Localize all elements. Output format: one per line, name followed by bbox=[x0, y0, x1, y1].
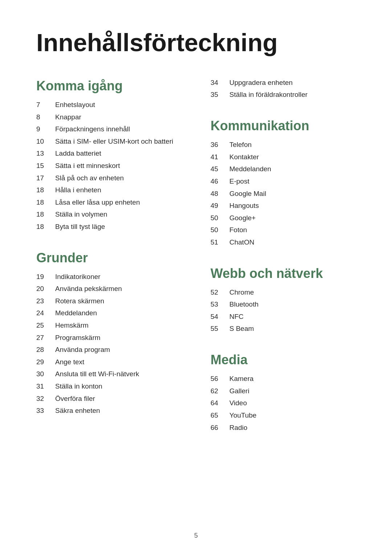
toc-text: Uppgradera enheten bbox=[229, 78, 293, 88]
toc-item: 18Hålla i enheten bbox=[36, 185, 181, 195]
toc-item: 36Telefon bbox=[211, 140, 356, 150]
toc-item: 25Hemskärm bbox=[36, 321, 181, 331]
page-title: Innehållsförteckning bbox=[36, 29, 356, 56]
toc-num: 65 bbox=[211, 411, 229, 420]
toc-text: Slå på och av enheten bbox=[55, 173, 124, 183]
toc-text: Byta till tyst läge bbox=[55, 222, 105, 232]
toc-item: 7Enhetslayout bbox=[36, 100, 181, 110]
toc-num: 27 bbox=[36, 333, 55, 343]
toc-list-kommunikation: 36Telefon41Kontakter45Meddelanden46E-pos… bbox=[211, 140, 356, 247]
toc-text: Google+ bbox=[229, 213, 256, 223]
toc-item: 23Rotera skärmen bbox=[36, 296, 181, 306]
toc-item: 20Använda pekskärmen bbox=[36, 284, 181, 294]
toc-text: Meddelanden bbox=[55, 308, 97, 318]
toc-num: 28 bbox=[36, 345, 55, 355]
section-title-grunder: Grunder bbox=[36, 250, 181, 266]
toc-text: Telefon bbox=[229, 140, 252, 150]
toc-item: 9Förpackningens innehåll bbox=[36, 124, 181, 134]
toc-item: 29Ange text bbox=[36, 357, 181, 367]
toc-text: Använda program bbox=[55, 345, 110, 355]
toc-item: 18Byta till tyst läge bbox=[36, 222, 181, 232]
toc-text: Förpackningens innehåll bbox=[55, 124, 130, 134]
toc-num: 15 bbox=[36, 161, 55, 171]
toc-text: Radio bbox=[229, 423, 248, 433]
toc-list-grunder-extra: 34Uppgradera enheten35Ställa in föräldra… bbox=[211, 78, 356, 100]
section-kommunikation: Kommunikation36Telefon41Kontakter45Medde… bbox=[211, 118, 356, 247]
toc-item: 52Chrome bbox=[211, 288, 356, 297]
toc-num: 54 bbox=[211, 312, 229, 322]
toc-num: 50 bbox=[211, 213, 229, 223]
toc-item: 31Ställa in konton bbox=[36, 382, 181, 391]
toc-num: 24 bbox=[36, 308, 55, 318]
toc-item: 49Hangouts bbox=[211, 201, 356, 211]
toc-num: 31 bbox=[36, 382, 55, 391]
toc-item: 18Ställa in volymen bbox=[36, 210, 181, 219]
toc-num: 32 bbox=[36, 394, 55, 404]
toc-item: 15Sätta i ett minneskort bbox=[36, 161, 181, 171]
toc-num: 34 bbox=[211, 78, 229, 88]
section-title-webb-och-natverk: Webb och nätverk bbox=[211, 266, 356, 281]
toc-text: Ange text bbox=[55, 357, 84, 367]
toc-text: Använda pekskärmen bbox=[55, 284, 122, 294]
toc-item: 48Google Mail bbox=[211, 189, 356, 199]
page: Innehållsförteckning Komma igång7Enhetsl… bbox=[0, 0, 392, 554]
toc-text: Hemskärm bbox=[55, 321, 89, 331]
toc-text: Enhetslayout bbox=[55, 100, 95, 110]
toc-text: Överföra filer bbox=[55, 394, 95, 404]
toc-item: 50Google+ bbox=[211, 213, 356, 223]
toc-num: 56 bbox=[211, 374, 229, 384]
toc-item: 46E-post bbox=[211, 177, 356, 186]
toc-num: 29 bbox=[36, 357, 55, 367]
toc-text: Ladda batteriet bbox=[55, 149, 101, 159]
toc-item: 34Uppgradera enheten bbox=[211, 78, 356, 88]
toc-list-grunder: 19Indikatorikoner20Använda pekskärmen23R… bbox=[36, 272, 181, 416]
toc-text: Rotera skärmen bbox=[55, 296, 104, 306]
toc-item: 30Ansluta till ett Wi-Fi-nätverk bbox=[36, 369, 181, 379]
section-title-komma-igaang: Komma igång bbox=[36, 78, 181, 94]
toc-item: 55S Beam bbox=[211, 324, 356, 334]
toc-text: Bluetooth bbox=[229, 300, 258, 309]
toc-item: 24Meddelanden bbox=[36, 308, 181, 318]
toc-text: Hangouts bbox=[229, 201, 259, 211]
toc-text: NFC bbox=[229, 312, 244, 322]
toc-num: 52 bbox=[211, 288, 229, 297]
toc-item: 8Knappar bbox=[36, 112, 181, 122]
content-wrapper: Komma igång7Enhetslayout8Knappar9Förpack… bbox=[36, 78, 356, 451]
toc-num: 13 bbox=[36, 149, 55, 159]
toc-num: 18 bbox=[36, 222, 55, 232]
toc-item: 66Radio bbox=[211, 423, 356, 433]
toc-item: 27Programskärm bbox=[36, 333, 181, 343]
toc-list-media: 56Kamera62Galleri64Video65YouTube66Radio bbox=[211, 374, 356, 432]
toc-num: 55 bbox=[211, 324, 229, 334]
toc-item: 54NFC bbox=[211, 312, 356, 322]
toc-item: 13Ladda batteriet bbox=[36, 149, 181, 159]
toc-text: S Beam bbox=[229, 324, 254, 334]
toc-num: 53 bbox=[211, 300, 229, 309]
toc-item: 41Kontakter bbox=[211, 152, 356, 162]
toc-num: 45 bbox=[211, 164, 229, 174]
toc-num: 49 bbox=[211, 201, 229, 211]
toc-num: 18 bbox=[36, 185, 55, 195]
section-komma-igaang: Komma igång7Enhetslayout8Knappar9Förpack… bbox=[36, 78, 181, 232]
toc-num: 10 bbox=[36, 137, 55, 147]
toc-num: 23 bbox=[36, 296, 55, 306]
toc-item: 33Säkra enheten bbox=[36, 406, 181, 416]
toc-item: 51ChatON bbox=[211, 238, 356, 247]
toc-item: 50Foton bbox=[211, 225, 356, 235]
toc-item: 35Ställa in föräldrakontroller bbox=[211, 90, 356, 100]
toc-num: 62 bbox=[211, 386, 229, 396]
section-title-kommunikation: Kommunikation bbox=[211, 118, 356, 134]
toc-text: Galleri bbox=[229, 386, 249, 396]
toc-item: 53Bluetooth bbox=[211, 300, 356, 309]
toc-num: 48 bbox=[211, 189, 229, 199]
toc-text: Programskärm bbox=[55, 333, 101, 343]
section-grunder-extra: 34Uppgradera enheten35Ställa in föräldra… bbox=[211, 78, 356, 100]
toc-text: Ställa in volymen bbox=[55, 210, 107, 219]
toc-num: 66 bbox=[211, 423, 229, 433]
toc-num: 8 bbox=[36, 112, 55, 122]
section-webb-och-natverk: Webb och nätverk52Chrome53Bluetooth54NFC… bbox=[211, 266, 356, 334]
toc-text: Meddelanden bbox=[229, 164, 271, 174]
toc-item: 56Kamera bbox=[211, 374, 356, 384]
toc-text: Sätta i ett minneskort bbox=[55, 161, 120, 171]
toc-num: 19 bbox=[36, 272, 55, 282]
